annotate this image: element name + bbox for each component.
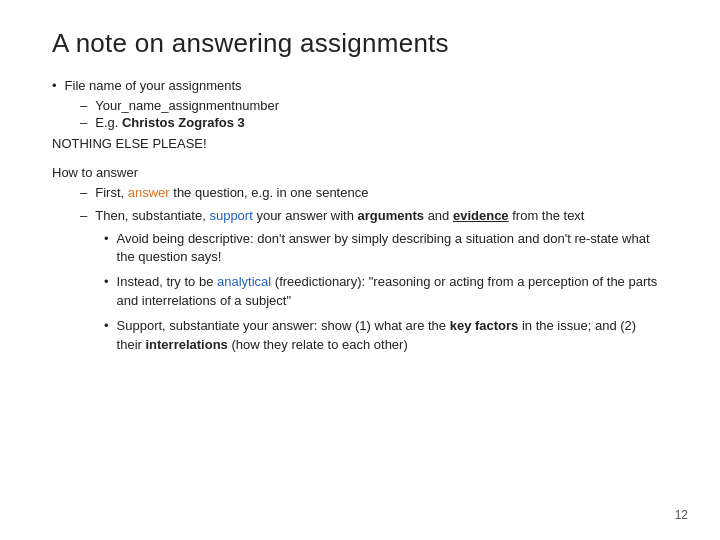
nested-bullet-1: • (104, 230, 109, 249)
dash-icon-4: – (80, 207, 87, 226)
sub-item-first-text: First, answer the question, e.g. in one … (95, 184, 368, 203)
nested-item-1: • Avoid being descriptive: don't answer … (104, 230, 668, 268)
nested-block: • Avoid being descriptive: don't answer … (104, 230, 668, 355)
nothing-else-text: NOTHING ELSE PLEASE! (52, 136, 668, 151)
dash-icon-3: – (80, 184, 87, 203)
answer-colored: answer (128, 185, 170, 200)
nested-item-1-text: Avoid being descriptive: don't answer by… (117, 230, 668, 268)
analytical-colored: analytical (217, 274, 271, 289)
page: A note on answering assignments • File n… (0, 0, 720, 540)
sub-item-then: – Then, substantiate, support your answe… (80, 207, 668, 226)
bullet-dot: • (52, 78, 57, 93)
sub-item-then-text: Then, substantiate, support your answer … (95, 207, 584, 226)
page-number: 12 (675, 508, 688, 522)
nested-item-2: • Instead, try to be analytical (freedic… (104, 273, 668, 311)
nested-item-3-text: Support, substantiate your answer: show … (117, 317, 668, 355)
evidence-bold: evidence (453, 208, 509, 223)
nested-bullet-3: • (104, 317, 109, 336)
page-title: A note on answering assignments (52, 28, 668, 59)
dash-icon-1: – (80, 98, 87, 113)
sub-item-2-text: E.g. Christos Zografos 3 (95, 115, 245, 130)
sub-item-2: – E.g. Christos Zografos 3 (80, 115, 668, 130)
sub-item-1-text: Your_name_assignmentnumber (95, 98, 279, 113)
sub-item-first: – First, answer the question, e.g. in on… (80, 184, 668, 203)
arguments-bold: arguments (358, 208, 424, 223)
sub-items-block: – First, answer the question, e.g. in on… (80, 184, 668, 226)
how-to-answer-label: How to answer (52, 165, 668, 180)
nested-item-3: • Support, substantiate your answer: sho… (104, 317, 668, 355)
key-factors-bold: key factors (450, 318, 519, 333)
nested-bullet-2: • (104, 273, 109, 292)
bullet-section: • File name of your assignments – Your_n… (52, 77, 668, 130)
nested-item-2-text: Instead, try to be analytical (freedicti… (117, 273, 668, 311)
sub-item-1: – Your_name_assignmentnumber (80, 98, 668, 113)
interrelations-bold: interrelations (145, 337, 227, 352)
dash-icon-2: – (80, 115, 87, 130)
main-bullet-text: File name of your assignments (65, 77, 242, 96)
main-bullet-item: • File name of your assignments (52, 77, 668, 96)
support-colored: support (209, 208, 252, 223)
